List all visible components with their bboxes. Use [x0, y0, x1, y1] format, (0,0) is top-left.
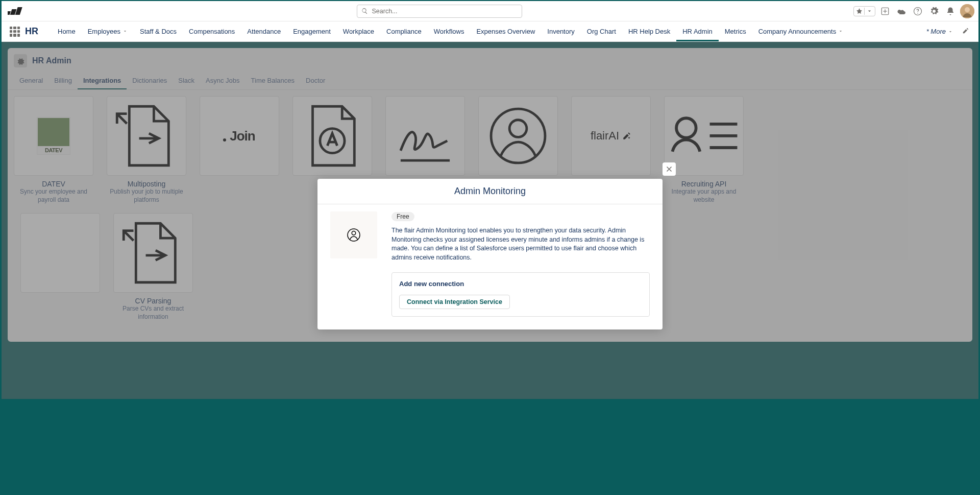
nav-item-hr-help-desk[interactable]: HR Help Desk: [622, 21, 676, 41]
global-search[interactable]: Search...: [357, 5, 522, 18]
question-icon: [913, 7, 922, 16]
nav-item-label: Org Chart: [587, 28, 616, 35]
bell-icon: [946, 7, 955, 16]
nav-item-workflows[interactable]: Workflows: [428, 21, 471, 41]
nav-items: HomeEmployeesStaff & DocsCompensationsAt…: [52, 21, 922, 41]
svg-point-7: [965, 7, 970, 12]
nav-item-expenses-overview[interactable]: Expenses Overview: [470, 21, 541, 41]
search-icon: [361, 8, 368, 14]
nav-item-label: Expenses Overview: [476, 28, 535, 35]
search-placeholder: Search...: [372, 8, 398, 15]
help-button[interactable]: [911, 5, 924, 18]
nav-item-label: Workflows: [434, 28, 464, 35]
nav-item-label: Compliance: [386, 28, 422, 35]
chevron-down-icon: [866, 8, 873, 14]
nav-item-label: Compensations: [189, 28, 235, 35]
free-badge: Free: [391, 212, 414, 221]
plus-icon: [880, 7, 890, 16]
app-name: HR: [25, 26, 38, 37]
top-right: [853, 4, 974, 18]
nav-item-workplace[interactable]: Workplace: [337, 21, 380, 41]
nav-item-inventory[interactable]: Inventory: [541, 21, 580, 41]
notifications-button[interactable]: [944, 5, 957, 18]
modal-header: Admin Monitoring: [317, 179, 663, 204]
nav-item-compensations[interactable]: Compensations: [183, 21, 241, 41]
nav-item-metrics[interactable]: Metrics: [719, 21, 752, 41]
nav-item-hr-admin[interactable]: HR Admin: [676, 21, 719, 41]
divider: [864, 8, 865, 15]
nav-item-home[interactable]: Home: [52, 21, 82, 41]
edit-nav-button[interactable]: [957, 27, 974, 36]
nav-item-label: Home: [58, 28, 76, 35]
add-button[interactable]: [878, 5, 892, 18]
modal-icon-box: [330, 211, 377, 258]
nav-item-label: Workplace: [343, 28, 374, 35]
modal-close-button[interactable]: [663, 162, 676, 176]
more-label: * More: [926, 28, 946, 35]
nav-item-label: Attendance: [247, 28, 281, 35]
modal-description: The flair Admin Monitoring tool enables …: [391, 226, 650, 262]
nav-item-label: Employees: [88, 28, 120, 35]
svg-point-13: [352, 231, 356, 235]
nav-item-compliance[interactable]: Compliance: [380, 21, 428, 41]
nav-item-label: Engagement: [293, 28, 331, 35]
svg-point-5: [917, 13, 918, 14]
chevron-down-icon: [838, 28, 843, 35]
nav-item-attendance[interactable]: Attendance: [241, 21, 287, 41]
favorites-button[interactable]: [853, 6, 875, 16]
modal-body: Free The flair Admin Monitoring tool ena…: [317, 204, 663, 329]
nav-item-label: Company Announcements: [758, 28, 836, 35]
nav-item-label: Staff & Docs: [140, 28, 177, 35]
top-center: Search...: [25, 5, 853, 18]
user-avatar[interactable]: [960, 4, 974, 18]
modal-title: Admin Monitoring: [325, 186, 655, 197]
nav-bar: HR HomeEmployeesStaff & DocsCompensation…: [2, 21, 978, 42]
chevron-down-icon: [122, 28, 128, 35]
pencil-icon: [962, 27, 969, 34]
app-shell: Search...: [2, 1, 978, 42]
nav-item-org-chart[interactable]: Org Chart: [581, 21, 622, 41]
cloud-icon: [897, 7, 906, 16]
modal-panel: Admin Monitoring Free The flair Admin Mo…: [317, 179, 663, 329]
nav-item-label: HR Help Desk: [628, 28, 670, 35]
top-bar: Search...: [2, 1, 978, 21]
app-shell-wrap: Search...: [0, 0, 980, 400]
gear-icon: [929, 7, 939, 16]
connection-box: Add new connection Connect via Integrati…: [391, 272, 650, 317]
connect-button[interactable]: Connect via Integration Service: [399, 295, 510, 309]
nav-item-label: Inventory: [547, 28, 574, 35]
svg-rect-2: [15, 7, 22, 15]
connection-title: Add new connection: [399, 280, 642, 288]
close-icon: [665, 164, 674, 174]
salesforce-button[interactable]: [895, 5, 908, 18]
modal: Admin Monitoring Free The flair Admin Mo…: [317, 179, 663, 329]
user-circle-icon: [346, 227, 361, 243]
brand-logo: [8, 7, 23, 16]
setup-button[interactable]: [927, 5, 941, 18]
nav-item-staff-docs[interactable]: Staff & Docs: [134, 21, 183, 41]
nav-more[interactable]: * More: [922, 28, 957, 35]
content-region: HR Admin GeneralBillingIntegrationsDicti…: [2, 42, 978, 399]
modal-content: Free The flair Admin Monitoring tool ena…: [391, 211, 650, 317]
nav-item-label: HR Admin: [682, 28, 713, 35]
nav-item-company-announcements[interactable]: Company Announcements: [752, 21, 849, 41]
nav-item-employees[interactable]: Employees: [82, 21, 134, 41]
chevron-down-icon: [948, 29, 953, 34]
star-icon: [856, 8, 863, 14]
nav-item-engagement[interactable]: Engagement: [287, 21, 337, 41]
app-launcher[interactable]: [10, 27, 20, 37]
nav-item-label: Metrics: [725, 28, 746, 35]
